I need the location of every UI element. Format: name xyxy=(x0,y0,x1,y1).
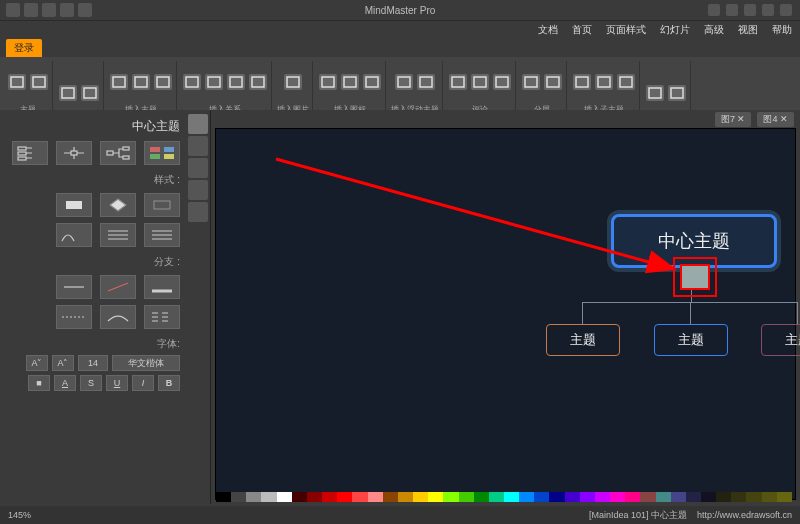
ribbon-button[interactable] xyxy=(340,74,360,102)
palette-swatch[interactable] xyxy=(504,492,519,502)
sub-node[interactable]: 主题 xyxy=(546,324,620,356)
sub-node[interactable]: 主题 xyxy=(761,324,800,356)
palette-swatch[interactable] xyxy=(746,492,761,502)
ribbon-button[interactable] xyxy=(594,74,614,102)
font-size-up[interactable]: A˄ xyxy=(52,355,74,371)
font-size-field[interactable]: 14 xyxy=(78,355,108,371)
branch-thumb[interactable] xyxy=(100,275,136,299)
ribbon-button[interactable] xyxy=(362,74,382,102)
qat-item[interactable] xyxy=(6,3,20,17)
ribbon-button[interactable] xyxy=(248,74,268,102)
side-tab-icon[interactable] xyxy=(188,158,208,178)
branch-thumb[interactable] xyxy=(56,305,92,329)
add-child-handle[interactable] xyxy=(680,264,710,290)
side-tab-style-icon[interactable] xyxy=(188,114,208,134)
palette-swatch[interactable] xyxy=(656,492,671,502)
palette-swatch[interactable] xyxy=(762,492,777,502)
palette-swatch[interactable] xyxy=(534,492,549,502)
ribbon-button[interactable] xyxy=(470,74,490,102)
palette-swatch[interactable] xyxy=(459,492,474,502)
branch-thumb[interactable] xyxy=(144,275,180,299)
strike-button[interactable]: S xyxy=(80,375,102,391)
layout-thumb[interactable] xyxy=(12,141,48,165)
qat-item[interactable] xyxy=(24,3,38,17)
palette-swatch[interactable] xyxy=(701,492,716,502)
ribbon-button[interactable] xyxy=(204,74,224,102)
ribbon-button[interactable] xyxy=(80,85,100,113)
side-tab-icon[interactable] xyxy=(188,180,208,200)
menu-item[interactable]: 首页 xyxy=(572,23,592,37)
ribbon-button[interactable] xyxy=(131,74,151,102)
palette-swatch[interactable] xyxy=(352,492,367,502)
ribbon-button[interactable] xyxy=(448,74,468,102)
branch-thumb[interactable] xyxy=(144,305,180,329)
ribbon-button[interactable] xyxy=(58,85,78,113)
underline-button[interactable]: U xyxy=(106,375,128,391)
palette-swatch[interactable] xyxy=(277,492,292,502)
palette-swatch[interactable] xyxy=(565,492,580,502)
font-highlight-button[interactable]: A xyxy=(54,375,76,391)
ribbon-button[interactable] xyxy=(667,85,687,113)
palette-swatch[interactable] xyxy=(292,492,307,502)
palette-swatch[interactable] xyxy=(443,492,458,502)
italic-button[interactable]: I xyxy=(132,375,154,391)
palette-swatch[interactable] xyxy=(777,492,792,502)
ribbon-button[interactable] xyxy=(283,74,303,102)
menu-item[interactable]: 文档 xyxy=(538,23,558,37)
doc-tab[interactable]: 图4 ✕ xyxy=(757,112,794,127)
ribbon-button[interactable] xyxy=(29,74,49,102)
palette-swatch[interactable] xyxy=(428,492,443,502)
font-color-button[interactable]: ■ xyxy=(28,375,50,391)
menu-item[interactable]: 帮助 xyxy=(772,23,792,37)
palette-swatch[interactable] xyxy=(671,492,686,502)
qat-item[interactable] xyxy=(42,3,56,17)
layout-thumb[interactable] xyxy=(144,141,180,165)
palette-swatch[interactable] xyxy=(337,492,352,502)
palette-swatch[interactable] xyxy=(625,492,640,502)
ribbon-button[interactable] xyxy=(109,74,129,102)
palette-swatch[interactable] xyxy=(595,492,610,502)
menu-item[interactable]: 页面样式 xyxy=(606,23,646,37)
palette-swatch[interactable] xyxy=(368,492,383,502)
branch-thumb[interactable] xyxy=(100,305,136,329)
qat-item[interactable] xyxy=(78,3,92,17)
palette-swatch[interactable] xyxy=(489,492,504,502)
palette-swatch[interactable] xyxy=(383,492,398,502)
palette-swatch[interactable] xyxy=(610,492,625,502)
status-zoom[interactable]: 145% xyxy=(8,510,31,520)
ribbon-button[interactable] xyxy=(492,74,512,102)
style-thumb[interactable] xyxy=(144,223,180,247)
ribbon-button[interactable] xyxy=(616,74,636,102)
canvas[interactable]: 中心主题 主题 主题 主题 xyxy=(215,128,796,500)
branch-thumb[interactable] xyxy=(56,275,92,299)
palette-swatch[interactable] xyxy=(474,492,489,502)
palette-swatch[interactable] xyxy=(413,492,428,502)
palette-swatch[interactable] xyxy=(716,492,731,502)
tab-login[interactable]: 登录 xyxy=(6,39,42,57)
ribbon-button[interactable] xyxy=(645,85,665,113)
ribbon-button[interactable] xyxy=(7,74,27,102)
palette-swatch[interactable] xyxy=(731,492,746,502)
layout-thumb[interactable] xyxy=(100,141,136,165)
doc-tab[interactable]: 图7 ✕ xyxy=(715,112,752,127)
style-thumb[interactable] xyxy=(100,193,136,217)
ribbon-button[interactable] xyxy=(416,74,436,102)
palette-swatch[interactable] xyxy=(231,492,246,502)
style-thumb[interactable] xyxy=(56,193,92,217)
style-thumb[interactable] xyxy=(144,193,180,217)
bold-button[interactable]: B xyxy=(158,375,180,391)
menu-item[interactable]: 幻灯片 xyxy=(660,23,690,37)
palette-swatch[interactable] xyxy=(580,492,595,502)
ribbon-button[interactable] xyxy=(543,74,563,102)
style-thumb[interactable] xyxy=(100,223,136,247)
menu-item[interactable]: 视图 xyxy=(738,23,758,37)
side-tab-icon[interactable] xyxy=(188,202,208,222)
palette-swatch[interactable] xyxy=(322,492,337,502)
palette-swatch[interactable] xyxy=(307,492,322,502)
ribbon-button[interactable] xyxy=(572,74,592,102)
palette-swatch[interactable] xyxy=(261,492,276,502)
style-thumb[interactable] xyxy=(56,223,92,247)
sys-button[interactable] xyxy=(708,4,720,16)
palette-swatch[interactable] xyxy=(686,492,701,502)
palette-swatch[interactable] xyxy=(640,492,655,502)
